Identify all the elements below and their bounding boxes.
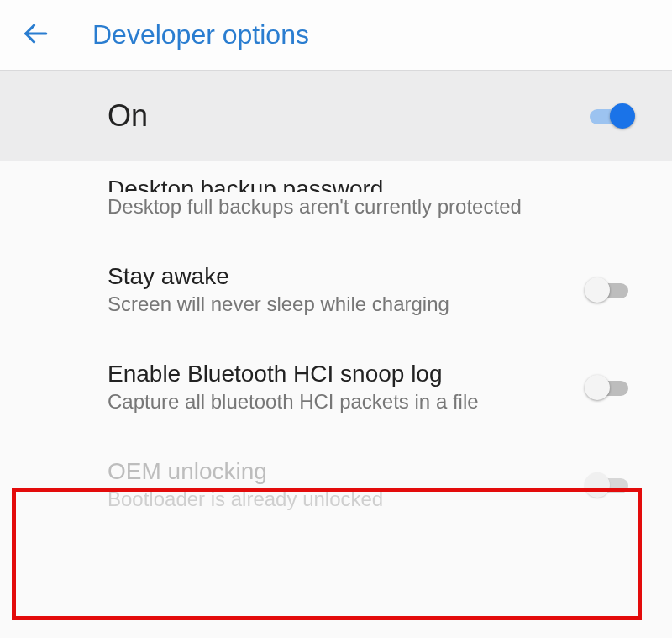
row-subtitle: Desktop full backups aren't currently pr… bbox=[108, 194, 618, 219]
row-title: Stay awake bbox=[108, 263, 566, 290]
row-subtitle: Screen will never sleep while charging bbox=[108, 292, 566, 317]
row-subtitle: Capture all bluetooth HCI packets in a f… bbox=[108, 389, 566, 414]
row-subtitle: Bootloader is already unlocked bbox=[108, 487, 566, 512]
page-title: Developer options bbox=[92, 19, 309, 50]
settings-list: Desktop backup password Desktop full bac… bbox=[0, 161, 672, 534]
row-title: Enable Bluetooth HCI snoop log bbox=[108, 361, 566, 388]
row-text: Stay awake Screen will never sleep while… bbox=[108, 263, 583, 317]
stay-awake-toggle[interactable] bbox=[583, 275, 635, 305]
back-button[interactable] bbox=[17, 17, 54, 54]
row-stay-awake[interactable]: Stay awake Screen will never sleep while… bbox=[0, 241, 672, 339]
oem-unlocking-toggle bbox=[583, 470, 635, 500]
row-oem-unlocking: OEM unlocking Bootloader is already unlo… bbox=[0, 436, 672, 534]
row-text: OEM unlocking Bootloader is already unlo… bbox=[108, 458, 583, 512]
row-text: Enable Bluetooth HCI snoop log Capture a… bbox=[108, 361, 583, 414]
row-text: Desktop backup password Desktop full bac… bbox=[108, 166, 635, 219]
row-desktop-backup-password[interactable]: Desktop backup password Desktop full bac… bbox=[0, 161, 672, 241]
master-toggle[interactable] bbox=[583, 101, 635, 131]
row-enable-bt-hci-snoop[interactable]: Enable Bluetooth HCI snoop log Capture a… bbox=[0, 339, 672, 436]
bt-hci-snoop-toggle[interactable] bbox=[583, 372, 635, 403]
app-header: Developer options bbox=[0, 0, 672, 71]
master-toggle-label: On bbox=[108, 98, 583, 134]
row-title: OEM unlocking bbox=[108, 458, 566, 485]
back-arrow-icon bbox=[21, 19, 50, 51]
master-toggle-row[interactable]: On bbox=[0, 71, 672, 161]
row-title: Desktop backup password bbox=[108, 166, 618, 192]
